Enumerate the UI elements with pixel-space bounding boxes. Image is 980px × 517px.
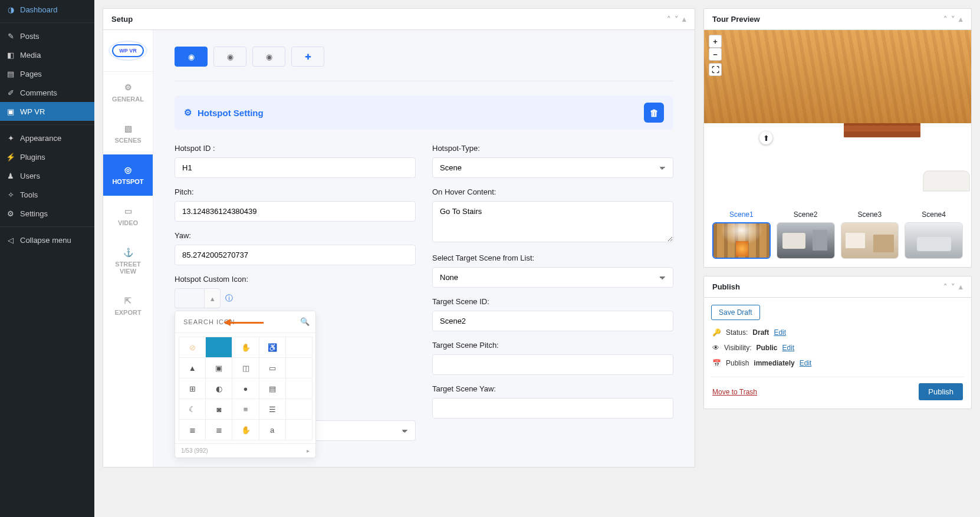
hotspot-tab-add[interactable]: ✚	[291, 47, 324, 67]
hover-label: On Hover Content:	[432, 187, 673, 196]
zoom-out-button[interactable]: −	[709, 48, 722, 61]
icon-opt-card[interactable]: ▭	[259, 357, 286, 378]
icon-opt-hand[interactable]: ✋	[232, 337, 259, 358]
schedule-value: immediately	[754, 359, 794, 367]
vtab-street[interactable]: ⚓STREET VIEW	[103, 237, 153, 285]
status-label: Status:	[726, 328, 748, 337]
icon-opt-empty3[interactable]	[285, 378, 313, 399]
hotspot-tab-3[interactable]: ◉	[252, 47, 285, 67]
vtab-video[interactable]: ▭VIDEO	[103, 196, 153, 237]
hotspot-section-title: ⚙ Hotspot Setting 🗑	[175, 96, 673, 130]
icon-pager-label: 1/53 (992)	[181, 447, 208, 454]
panel-up-icon[interactable]: ˄	[943, 282, 948, 291]
panel-toggle-icon[interactable]: ▴	[959, 282, 963, 291]
menu-users[interactable]: ♟Users	[0, 166, 94, 185]
menu-dashboard[interactable]: ◑Dashboard	[0, 0, 94, 19]
thumb-scene1[interactable]: Scene1	[712, 210, 771, 259]
schedule-edit-link[interactable]: Edit	[800, 359, 812, 367]
icon-opt-contact[interactable]: ◫	[232, 357, 259, 378]
menu-comments[interactable]: ✐Comments	[0, 83, 94, 102]
hotspot-tab-2[interactable]: ◉	[213, 47, 246, 67]
icon-opt-wheelchair[interactable]: ♿	[259, 337, 286, 358]
icon-opt-moon[interactable]: ☾	[179, 399, 206, 420]
menu-settings[interactable]: ⚙Settings	[0, 204, 94, 223]
panel-down-icon[interactable]: ˅	[675, 15, 679, 24]
thumb-scene2[interactable]: Scene2	[777, 210, 835, 259]
hover-input[interactable]: Go To Stairs	[432, 201, 673, 242]
icon-opt-empty2[interactable]	[285, 357, 313, 378]
publish-title: Publish	[712, 282, 943, 291]
icon-opt-ad[interactable]: ▤	[259, 378, 286, 399]
icon-opt-empty5[interactable]	[285, 419, 313, 440]
tour-preview-viewport[interactable]: ⬆ + − ⛶	[704, 30, 971, 202]
vtab-export[interactable]: ⇱EXPORT	[103, 285, 153, 327]
panel-toggle-icon[interactable]: ▴	[682, 15, 686, 24]
type-select[interactable]: Scene	[432, 157, 673, 178]
panel-down-icon[interactable]: ˅	[951, 282, 955, 291]
save-draft-button[interactable]: Save Draft	[711, 305, 760, 320]
target-yaw-input[interactable]	[432, 398, 673, 419]
menu-posts[interactable]: ✎Posts	[0, 27, 94, 45]
hotspot-marker[interactable]: ⬆	[759, 131, 772, 144]
panel-toggle-icon[interactable]: ▴	[959, 15, 963, 24]
thumb-scene3[interactable]: Scene3	[841, 210, 899, 259]
menu-appearance[interactable]: ✦Appearance	[0, 129, 94, 147]
image-icon: ▧	[107, 124, 149, 133]
panel-down-icon[interactable]: ˅	[951, 15, 955, 24]
icon-opt-none[interactable]: ⊘	[179, 337, 206, 358]
panel-up-icon[interactable]: ˄	[943, 15, 948, 24]
icon-opt-camera[interactable]: ◙	[205, 399, 232, 420]
icon-opt-align-justify[interactable]: ☰	[259, 399, 286, 420]
icon-opt-blank[interactable]	[205, 337, 232, 358]
icon-opt-newspaper[interactable]: ⊞	[179, 378, 206, 399]
yaw-input[interactable]	[175, 245, 416, 265]
publish-button[interactable]: Publish	[919, 383, 963, 400]
panel-up-icon[interactable]: ˄	[667, 15, 671, 24]
delete-hotspot-button[interactable]: 🗑	[644, 103, 664, 123]
icon-opt-palm[interactable]: ✋	[232, 419, 259, 440]
menu-plugins[interactable]: ⚡Plugins	[0, 147, 94, 166]
tools-icon: ✧	[6, 190, 15, 199]
icon-opt-amazon[interactable]: a	[259, 419, 286, 440]
icon-opt-empty1[interactable]	[285, 337, 313, 358]
icon-opt-adjust[interactable]: ◐	[205, 378, 232, 399]
info-icon[interactable]: ⓘ	[225, 288, 233, 308]
menu-pages[interactable]: ▤Pages	[0, 64, 94, 83]
move-to-trash-link[interactable]: Move to Trash	[712, 388, 757, 396]
thumb-scene4[interactable]: Scene4	[905, 210, 963, 259]
target-id-input[interactable]	[432, 311, 673, 331]
vtab-general[interactable]: ⚙GENERAL	[103, 72, 153, 113]
icon-pager-next[interactable]: ▸	[307, 447, 310, 454]
target-pitch-input[interactable]	[432, 354, 673, 375]
setup-title: Setup	[111, 15, 667, 24]
icon-opt-circle[interactable]: ●	[232, 378, 259, 399]
icon-opt-empty4[interactable]	[285, 399, 313, 420]
hotspot-tab-1[interactable]: ◉	[175, 47, 208, 67]
icon-opt-align-right[interactable]: ≣	[205, 419, 232, 440]
target-list-select[interactable]: None	[432, 267, 673, 288]
icon-picker-toggle[interactable]: ▴	[204, 288, 221, 308]
vtab-scenes[interactable]: ▧SCENES	[103, 113, 153, 154]
menu-wpvr[interactable]: ▣WP VR	[0, 102, 94, 121]
pitch-input[interactable]	[175, 201, 416, 222]
visibility-edit-link[interactable]: Edit	[782, 344, 794, 352]
pin-icon: ✎	[6, 31, 15, 41]
menu-media[interactable]: ◧Media	[0, 45, 94, 64]
target-list-label: Select Target Scene from List:	[432, 253, 673, 262]
setup-vertical-tabs: WP VR ⚙GENERAL ▧SCENES ◎HOTSPOT ▭VIDEO ⚓…	[103, 30, 153, 467]
fullscreen-button[interactable]: ⛶	[709, 63, 722, 76]
zoom-in-button[interactable]: +	[709, 35, 722, 48]
icon-opt-book[interactable]: ▣	[205, 357, 232, 378]
icon-opt-align-left[interactable]: ≣	[179, 419, 206, 440]
hotspot-id-input[interactable]	[175, 157, 416, 178]
visibility-label: Visibility:	[724, 344, 751, 352]
page-icon: ▤	[6, 69, 15, 78]
icon-opt-mountain[interactable]: ▲	[179, 357, 206, 378]
status-edit-link[interactable]: Edit	[774, 328, 786, 337]
menu-tools[interactable]: ✧Tools	[0, 185, 94, 204]
vtab-hotspot[interactable]: ◎HOTSPOT	[103, 154, 153, 196]
gear-icon: ⚙	[107, 83, 149, 92]
icon-opt-align-center[interactable]: ≡	[232, 399, 259, 420]
menu-collapse[interactable]: ◁Collapse menu	[0, 230, 94, 249]
users-icon: ♟	[6, 171, 15, 180]
